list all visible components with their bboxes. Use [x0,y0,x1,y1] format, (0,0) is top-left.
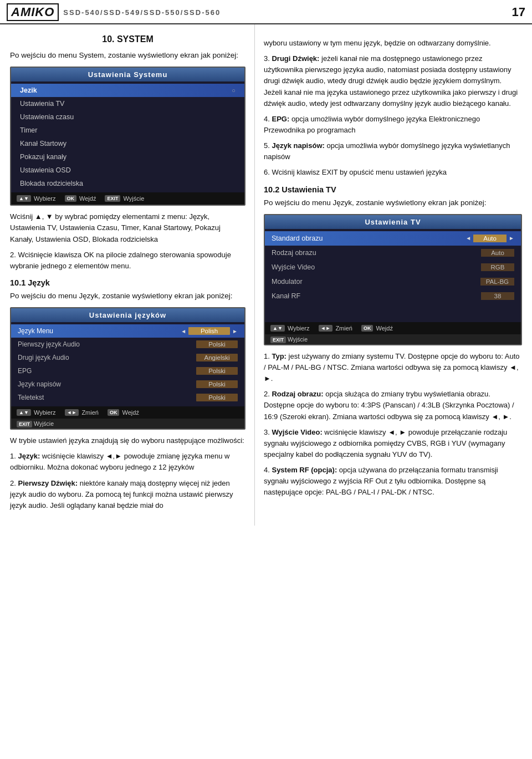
exit-icon: EXIT [17,421,32,427]
lang-item-1-bold: Język: [18,452,40,460]
lang-intro: Po wejściu do menu Język, zostanie wyświ… [10,291,245,302]
tv-item-4-bold: System RF (opcja): [272,466,337,474]
tv-item-2: 2. Rodzaj obrazu: opcja służąca do zmian… [264,389,522,422]
system-intro: Po wejściu do menu System, zostanie wyśw… [10,50,245,61]
page-header: AMIKO SSD-540/SSD-549/SSD-550/SSD-560 17 [0,0,532,24]
tv-bottom-bar-2: EXIT Wyjście [265,334,521,344]
menu-item-label: Blokada rodzicielska [20,180,83,187]
lang-row-value: Polski [196,380,238,388]
right-arrow-icon: ► [232,328,238,334]
lang-item-2-bold: Pierwszy Dźwięk: [18,479,78,487]
tv-row-rf[interactable]: Kanał RF 38 [265,289,521,303]
tv-row-label: Standard obrazu [272,235,466,242]
lang-row-value: Polski [196,367,238,375]
lang-row-label: Drugi język Audio [18,354,196,361]
tv-section-title: 10.2 Ustawienia TV [264,185,522,194]
tv-left-arrow: ◄ [466,235,471,241]
lang-screen-menu: Język Menu ◄ Polish ► Pierwszy język Aud… [11,322,244,406]
right-item-4: 4. EPG: opcja umożliwia wybór domyślnego… [264,114,522,136]
model-text: SSD-540/SSD-549/SSD-550/SSD-560 [63,8,221,17]
tv-item-4: 4. System RF (opcja): opcja używana do p… [264,465,522,498]
tv-row-value: RGB [481,263,514,271]
menu-item-osd[interactable]: Ustawienia OSD [11,164,244,177]
tv-nav-enter: OK Wejdź [361,325,393,332]
menu-item-czasu[interactable]: Ustawienia czasu [11,110,244,124]
menu-item-label: Jezik [20,86,37,94]
tv-screen-title: Ustawienia TV [265,215,521,229]
system-screen-menu: Jezik ○ Ustawienia TV Ustawienia czasu T… [11,81,244,192]
right-item-6: 6. Wciśnij klawisz EXIT by opuścić menu … [264,167,522,178]
menu-item-jezik[interactable]: Jezik ○ [11,84,244,97]
nav-exit: EXIT Wyjście [105,195,144,202]
menu-item-label: Pokazuj kanały [20,153,66,161]
lang-row-napisy[interactable]: Język napisów Polski [11,378,244,391]
tv-row-value: Auto [473,235,507,242]
logo: AMIKO [7,3,59,21]
tv-row-value: 38 [481,292,514,300]
right-item-3: 3. Drugi Dźwięk: jeżeli kanał nie ma dos… [264,53,522,109]
lang-row-label: EPG [18,367,196,375]
tv-exit-icon: EXIT [270,337,286,343]
menu-item-label: Ustawienia TV [20,100,64,108]
lang-row-teletekst[interactable]: Teletekst Polski [11,391,244,404]
lang-row-label: Teletekst [18,394,196,401]
nav-instruction-1: Wciśnij ▲, ▼ by wybrać pomiędzy elementa… [10,211,245,244]
right-column: wyboru ustawiony w tym menu język, będzi… [255,24,532,526]
menu-item-kanal[interactable]: Kanał Startowy [11,137,244,150]
lang-item-1: 1. Język: wciśnięcie klawiszy ◄,► powodu… [10,451,245,473]
lang-nav-select: ▲▼ Wybierz [17,409,56,416]
tv-item-1-bold: Typ: [272,352,286,360]
page-number: 17 [512,5,525,19]
menu-item-tv[interactable]: Ustawienia TV [11,97,244,110]
tv-nav-change: ◄► Zmień [319,325,352,332]
lang-row-label: Pierwszy język Audio [18,340,196,348]
lang-row-label: Język Menu [18,327,181,335]
tv-screen-menu: Standard obrazu ◄ Auto ► Rodzaj obrazu A… [265,229,521,322]
nav-enter: OK Wejdź [65,195,96,202]
lang-row-label: Język napisów [18,380,196,388]
section-title: 10. SYSTEM [10,34,245,44]
menu-item-label: Ustawienia OSD [20,166,71,174]
lang-screen-mockup: Ustawienia języków Język Menu ◄ Polish ►… [10,307,245,430]
menu-item-blokada[interactable]: Blokada rodzicielska [11,177,244,190]
lang-screen-title: Ustawienia języków [11,308,244,322]
tv-screen-mockup: Ustawienia TV Standard obrazu ◄ Auto ► R… [264,214,522,345]
menu-item-arrow: ○ [232,87,236,94]
menu-item-pokazuj[interactable]: Pokazuj kanały [11,150,244,164]
tv-row-value: Auto [481,249,514,257]
tv-item-1: 1. Typ: jest używany do zmiany systemu T… [264,351,522,384]
nav-select: ▲▼ Wybierz [17,195,56,202]
lang-row-menu[interactable]: Język Menu ◄ Polish ► [11,324,244,338]
lang-row-epg[interactable]: EPG Polski [11,364,244,378]
menu-item-label: Kanał Startowy [20,140,66,147]
lang-row-value: Angielski [196,354,238,361]
system-screen-title: Ustawienia Systemu [11,68,244,81]
lang-bottom-bar-2: EXIT Wyjście [11,419,244,429]
lang-nav-change: ◄► Zmień [65,409,99,416]
tv-item-2-bold: Rodzaj obrazu: [272,390,323,398]
lang-row-audio1[interactable]: Pierwszy język Audio Polski [11,338,244,351]
lang-row-audio2[interactable]: Drugi język Audio Angielski [11,351,244,364]
tv-row-standard[interactable]: Standard obrazu ◄ Auto ► [265,231,521,246]
tv-intro: Po wejściu do menu Język, zostanie wyświ… [264,197,522,208]
menu-item-timer[interactable]: Timer [11,124,244,137]
tv-right-arrow: ► [509,235,514,241]
right-item-5-bold: Język napisów: [272,141,324,150]
lang-row-value: Polski [196,394,238,401]
nav-instruction-2: 2. Wciśnięcie klawisza OK na pilocie zda… [10,249,245,272]
system-bottom-bar: ▲▼ Wybierz OK Wejdź EXIT Wyjście [11,192,244,205]
lang-row-value: Polski [196,340,238,348]
system-screen-mockup: Ustawienia Systemu Jezik ○ Ustawienia TV… [10,67,245,206]
lang-body-intro: W trybie ustawień języka znajdują się do… [10,435,245,446]
tv-row-rodzaj[interactable]: Rodzaj obrazu Auto [265,246,521,260]
tv-item-3-bold: Wyjście Video: [272,428,322,436]
left-arrow-icon: ◄ [181,328,186,334]
lang-section-title: 10.1 Język [10,278,245,287]
tv-row-label: Kanał RF [272,292,481,300]
tv-spacer [265,303,521,320]
right-item-4-bold: EPG: [272,115,289,123]
lang-item-2: 2. Pierwszy Dźwięk: niektóre kanały mają… [10,478,245,511]
lang-nav-enter: OK Wejdź [108,409,139,416]
tv-row-video[interactable]: Wyjście Video RGB [265,260,521,274]
tv-row-modulator[interactable]: Modulator PAL-BG [265,274,521,289]
